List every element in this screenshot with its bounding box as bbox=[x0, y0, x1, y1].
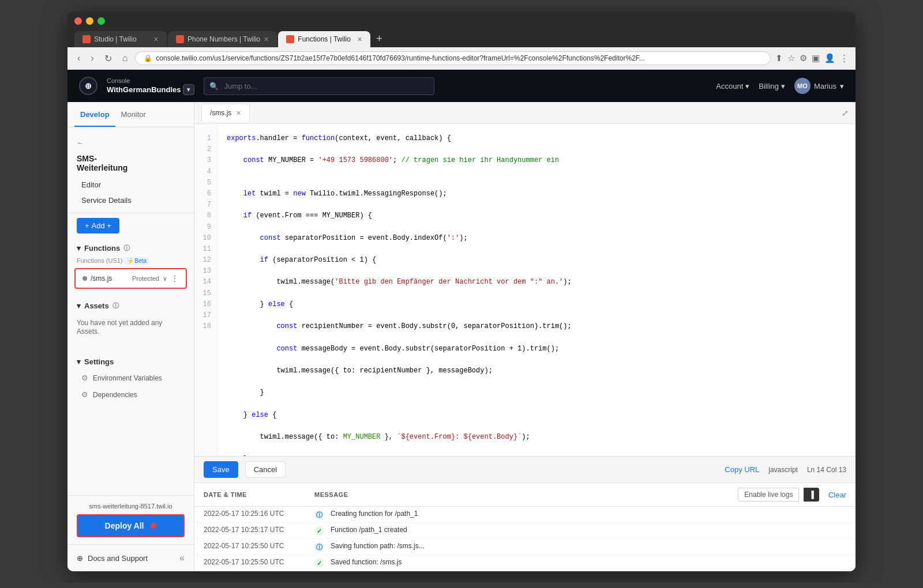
nav-brand: Console WithGermanBundles ▾ bbox=[107, 77, 194, 95]
editor-tab-sms[interactable]: /sms.js ✕ bbox=[201, 104, 250, 122]
tab-studio[interactable]: Studio | Twilio ✕ bbox=[74, 31, 167, 47]
service-name-text: SMS-Weiterleitung bbox=[77, 154, 185, 172]
new-tab-button[interactable]: + bbox=[372, 31, 387, 47]
gear-icon: ⚙ bbox=[81, 374, 88, 382]
forward-button[interactable]: › bbox=[88, 52, 96, 65]
logs-actions: Enable live logs ▐ Clear bbox=[738, 488, 846, 502]
tab-phone-label: Phone Numbers | Twilio bbox=[187, 35, 260, 43]
tab-favicon-functions bbox=[286, 35, 294, 43]
logs-area: DATE & TIME MESSAGE Enable live logs ▐ C… bbox=[194, 483, 856, 571]
user-profile-icon[interactable]: 👤 bbox=[824, 53, 835, 63]
project-name-text: WithGermanBundles bbox=[107, 85, 181, 94]
settings-header: ▾ Settings bbox=[67, 354, 194, 370]
editor-tab-close-icon[interactable]: ✕ bbox=[236, 110, 241, 117]
dependencies-item[interactable]: ⚙ Dependencies bbox=[67, 386, 194, 403]
search-input[interactable] bbox=[204, 77, 434, 95]
url-text: console.twilio.com/us1/service/functions… bbox=[156, 54, 762, 62]
clear-logs-button[interactable]: Clear bbox=[828, 491, 846, 499]
minimize-window-button[interactable] bbox=[86, 17, 93, 25]
log-msg-4: Saved function: /sms.js bbox=[331, 558, 846, 566]
save-button[interactable]: Save bbox=[204, 461, 238, 478]
address-bar[interactable]: 🔒 console.twilio.com/us1/service/functio… bbox=[135, 51, 771, 65]
service-name-block: SMS-Weiterleitung bbox=[67, 152, 194, 177]
nav-search: 🔍 bbox=[204, 77, 434, 95]
tab-functions-close[interactable]: ✕ bbox=[357, 36, 362, 43]
docs-support-link[interactable]: ⊕ Docs and Support bbox=[77, 554, 148, 563]
log-row-1: 2022-05-17 10:25:16 UTC ⓘ Creating funct… bbox=[194, 507, 856, 523]
extensions-icon[interactable]: ⚙ bbox=[800, 53, 807, 63]
console-label: Console bbox=[107, 77, 194, 84]
billing-link[interactable]: Billing ▾ bbox=[759, 82, 785, 91]
tab-favicon-studio bbox=[82, 35, 91, 43]
account-link[interactable]: Account ▾ bbox=[716, 82, 749, 91]
avatar: MO bbox=[794, 78, 811, 94]
nav-logo: ⊕ bbox=[79, 77, 97, 95]
editor-area: /sms.js ✕ ⤢ 12345 678910 1112131415 1617… bbox=[194, 102, 856, 571]
tab-phone-close[interactable]: ✕ bbox=[264, 36, 269, 43]
deploy-all-button[interactable]: Deploy All bbox=[77, 514, 185, 537]
billing-chevron-icon: ▾ bbox=[781, 82, 785, 91]
back-nav[interactable]: ← bbox=[67, 134, 194, 152]
sidebar-body: ← SMS-Weiterleitung Editor Service Detai… bbox=[67, 127, 194, 495]
file-more-icon[interactable]: ⋮ bbox=[171, 274, 179, 283]
log-msg-1: Creating function for /path_1 bbox=[331, 510, 846, 518]
nav-editor[interactable]: Editor bbox=[67, 177, 194, 193]
maximize-window-button[interactable] bbox=[97, 17, 105, 25]
browser-toolbar: ‹ › ↻ ⌂ 🔒 console.twilio.com/us1/service… bbox=[67, 47, 856, 70]
editor-tabs: /sms.js ✕ ⤢ bbox=[194, 102, 856, 124]
user-menu[interactable]: MO Marius ▾ bbox=[794, 78, 844, 94]
lock-icon: 🔒 bbox=[144, 54, 152, 62]
username: Marius bbox=[814, 82, 836, 91]
file-status: Protected bbox=[132, 275, 159, 282]
account-label: Account bbox=[716, 82, 743, 91]
sidebar-icon[interactable]: ▣ bbox=[812, 53, 820, 63]
cursor-position: Ln 14 Col 13 bbox=[807, 466, 846, 474]
tab-studio-close[interactable]: ✕ bbox=[153, 36, 159, 43]
user-chevron-icon: ▾ bbox=[840, 82, 844, 91]
close-window-button[interactable] bbox=[74, 17, 82, 25]
menu-icon[interactable]: ⋮ bbox=[840, 53, 849, 63]
nav-service-details[interactable]: Service Details bbox=[67, 193, 194, 208]
add-button[interactable]: + Add + bbox=[77, 218, 119, 233]
code-editor[interactable]: 12345 678910 1112131415 161718 exports.h… bbox=[194, 124, 856, 456]
log-time-2: 2022-05-17 10:25:17 UTC bbox=[204, 526, 307, 534]
log-icon-success-2: ✓ bbox=[314, 526, 324, 536]
tab-monitor[interactable]: Monitor bbox=[115, 102, 152, 127]
dependencies-icon: ⚙ bbox=[81, 390, 88, 399]
copy-url-button[interactable]: Copy URL bbox=[725, 465, 759, 474]
tab-functions-label: Functions | Twilio bbox=[298, 35, 351, 43]
logs-header: DATE & TIME MESSAGE Enable live logs ▐ C… bbox=[194, 483, 856, 507]
tab-phone[interactable]: Phone Numbers | Twilio ✕ bbox=[168, 31, 277, 47]
enable-logs-button[interactable]: Enable live logs bbox=[738, 488, 799, 502]
assets-empty-msg: You have not yet added any Assets. bbox=[67, 314, 194, 340]
browser-window: Studio | Twilio ✕ Phone Numbers | Twilio… bbox=[67, 12, 856, 571]
tab-studio-label: Studio | Twilio bbox=[94, 35, 137, 43]
expand-editor-button[interactable]: ⤢ bbox=[842, 108, 849, 118]
env-variables-item[interactable]: ⚙ Environment Variables bbox=[67, 370, 194, 386]
nav-right: Account ▾ Billing ▾ MO Marius ▾ bbox=[716, 78, 844, 94]
billing-label: Billing bbox=[759, 82, 779, 91]
home-button[interactable]: ⌂ bbox=[119, 52, 131, 65]
reload-button[interactable]: ↻ bbox=[102, 52, 115, 65]
docs-icon: ⊕ bbox=[77, 554, 83, 563]
project-dropdown-button[interactable]: ▾ bbox=[183, 84, 194, 95]
tab-develop[interactable]: Develop bbox=[74, 102, 115, 127]
bookmark-icon[interactable]: ☆ bbox=[787, 53, 795, 63]
functions-section: ▾ Functions ⓘ Functions (US1) ⚡ Beta bbox=[67, 240, 194, 289]
assets-section: ▾ Assets ⓘ You have not yet added any As… bbox=[67, 298, 194, 340]
back-button[interactable]: ‹ bbox=[74, 52, 83, 65]
collapse-button[interactable]: « bbox=[179, 553, 185, 563]
tab-functions[interactable]: Functions | Twilio ✕ bbox=[278, 31, 370, 47]
sidebar-tabs: Develop Monitor bbox=[67, 102, 194, 127]
account-chevron-icon: ▾ bbox=[745, 82, 749, 91]
cancel-button[interactable]: Cancel bbox=[245, 461, 286, 478]
info-icon[interactable]: ⓘ bbox=[123, 244, 130, 252]
back-arrow-icon: ← bbox=[77, 139, 84, 147]
live-logs-toggle[interactable]: ▐ bbox=[804, 488, 819, 502]
function-item-sms[interactable]: /sms.js Protected ∨ ⋮ bbox=[74, 268, 187, 289]
line-numbers: 12345 678910 1112131415 161718 bbox=[194, 124, 217, 456]
share-icon[interactable]: ⬆ bbox=[775, 53, 783, 63]
footer-right: Copy URL javascript Ln 14 Col 13 bbox=[725, 465, 846, 474]
assets-info-icon[interactable]: ⓘ bbox=[112, 301, 119, 310]
top-nav: ⊕ Console WithGermanBundles ▾ 🔍 Account … bbox=[67, 70, 856, 102]
